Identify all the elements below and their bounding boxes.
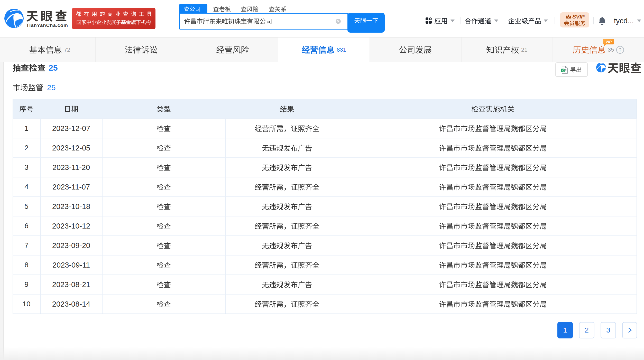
svg-text:VIP: VIP xyxy=(605,40,612,44)
svg-text:?: ? xyxy=(619,47,622,53)
